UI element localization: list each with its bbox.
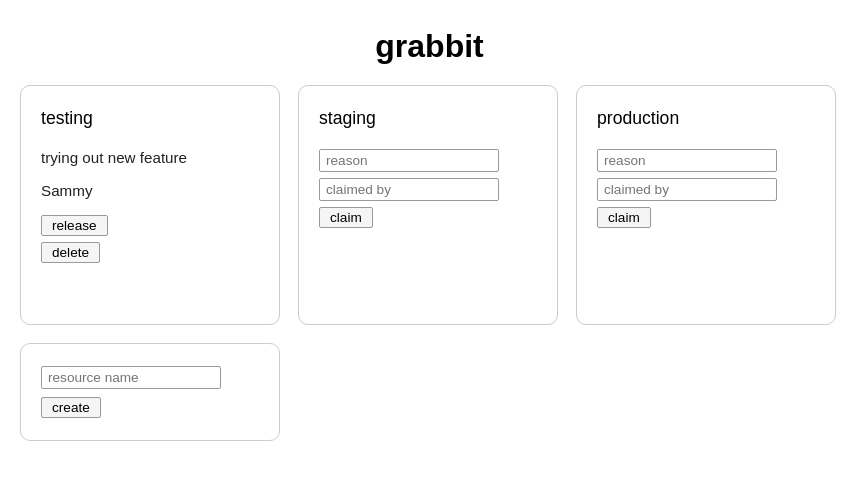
card-staging-title: staging — [319, 108, 537, 129]
production-claim-button[interactable]: claim — [597, 207, 651, 228]
staging-claimed-by-input[interactable] — [319, 178, 499, 201]
create-card: create — [20, 343, 280, 441]
card-testing-title: testing — [41, 108, 259, 129]
card-testing-actions: release delete — [41, 215, 259, 263]
create-form: create — [41, 366, 259, 418]
staging-claim-button[interactable]: claim — [319, 207, 373, 228]
production-reason-input[interactable] — [597, 149, 777, 172]
staging-reason-input[interactable] — [319, 149, 499, 172]
release-button[interactable]: release — [41, 215, 108, 236]
resource-cards: testing trying out new feature Sammy rel… — [0, 85, 859, 325]
card-testing: testing trying out new feature Sammy rel… — [20, 85, 280, 325]
resource-name-input[interactable] — [41, 366, 221, 389]
create-button[interactable]: create — [41, 397, 101, 418]
card-testing-description: trying out new feature — [41, 149, 259, 166]
card-production-title: production — [597, 108, 815, 129]
app-title: grabbit — [0, 0, 859, 85]
delete-button[interactable]: delete — [41, 242, 100, 263]
staging-claim-form: claim — [319, 149, 537, 228]
production-claim-form: claim — [597, 149, 815, 228]
card-staging: staging claim — [298, 85, 558, 325]
card-production: production claim — [576, 85, 836, 325]
production-claimed-by-input[interactable] — [597, 178, 777, 201]
card-testing-user: Sammy — [41, 182, 259, 199]
